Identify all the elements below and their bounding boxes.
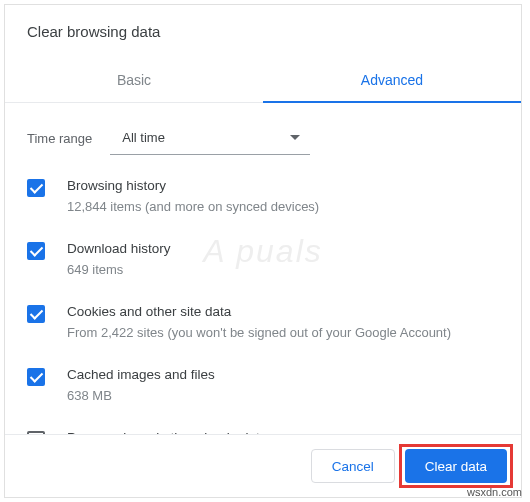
- tab-advanced-label: Advanced: [361, 72, 423, 88]
- clear-data-wrapper: Clear data: [405, 449, 507, 483]
- list-item: Passwords and other sign-in data 179 pas…: [27, 417, 513, 434]
- list-item: Cookies and other site data From 2,422 s…: [27, 291, 513, 354]
- item-body: Cookies and other site data From 2,422 s…: [67, 303, 513, 342]
- clear-browsing-data-dialog: Clear browsing data Basic Advanced Time …: [4, 4, 522, 498]
- list-item: Download history 649 items: [27, 228, 513, 291]
- checkbox-passwords[interactable]: [27, 431, 45, 434]
- time-range-value: All time: [122, 130, 165, 145]
- checkbox-download-history[interactable]: [27, 242, 45, 260]
- item-title: Browsing history: [67, 177, 513, 196]
- tab-basic[interactable]: Basic: [5, 62, 263, 102]
- item-title: Download history: [67, 240, 513, 259]
- tabs-bar: Basic Advanced: [5, 62, 521, 103]
- item-subtitle: 638 MB: [67, 387, 513, 405]
- list-item: Browsing history 12,844 items (and more …: [27, 165, 513, 228]
- dialog-title: Clear browsing data: [27, 23, 499, 40]
- tab-advanced[interactable]: Advanced: [263, 62, 521, 102]
- item-body: Download history 649 items: [67, 240, 513, 279]
- checkbox-cached-images[interactable]: [27, 368, 45, 386]
- time-range-label: Time range: [27, 131, 92, 146]
- time-range-select[interactable]: All time: [110, 121, 310, 155]
- time-range-row: Time range All time: [27, 103, 513, 165]
- item-subtitle: 649 items: [67, 261, 513, 279]
- item-title: Cached images and files: [67, 366, 513, 385]
- tab-basic-label: Basic: [117, 72, 151, 88]
- item-title: Cookies and other site data: [67, 303, 513, 322]
- list-item: Cached images and files 638 MB: [27, 354, 513, 417]
- watermark-corner: wsxdn.com: [467, 486, 522, 498]
- dialog-footer: Cancel Clear data: [5, 434, 521, 497]
- cancel-button-label: Cancel: [332, 459, 374, 474]
- item-subtitle: From 2,422 sites (you won't be signed ou…: [67, 324, 513, 342]
- item-subtitle: 12,844 items (and more on synced devices…: [67, 198, 513, 216]
- checkbox-cookies[interactable]: [27, 305, 45, 323]
- dialog-header: Clear browsing data: [5, 5, 521, 48]
- highlight-box: [399, 444, 513, 488]
- checkbox-browsing-history[interactable]: [27, 179, 45, 197]
- item-body: Browsing history 12,844 items (and more …: [67, 177, 513, 216]
- options-scroll-area[interactable]: Time range All time Browsing history 12,…: [5, 103, 521, 434]
- caret-down-icon: [290, 135, 300, 140]
- cancel-button[interactable]: Cancel: [311, 449, 395, 483]
- item-body: Cached images and files 638 MB: [67, 366, 513, 405]
